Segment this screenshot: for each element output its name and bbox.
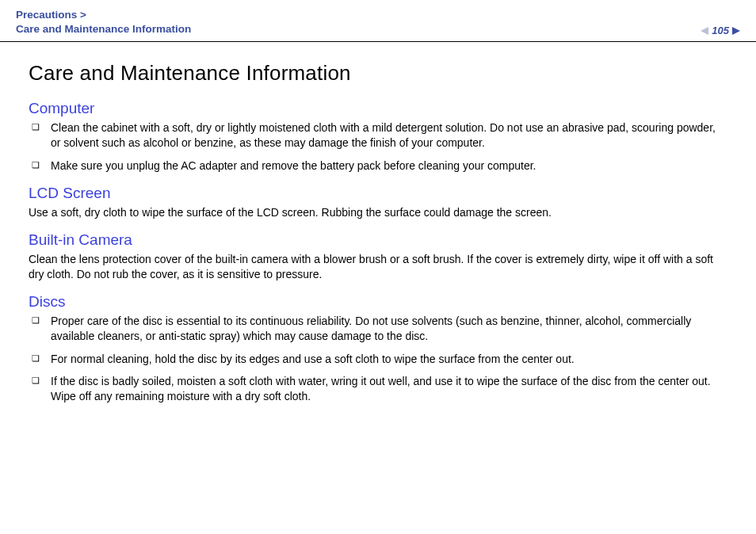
list-item: If the disc is badly soiled, moisten a s… <box>29 374 727 404</box>
page: Precautions > Care and Maintenance Infor… <box>0 0 756 534</box>
breadcrumb: Precautions > Care and Maintenance Infor… <box>16 8 191 36</box>
computer-list: Clean the cabinet with a soft, dry or li… <box>29 120 727 174</box>
list-item: For normal cleaning, hold the disc by it… <box>29 352 727 367</box>
breadcrumb-separator: > <box>80 9 86 21</box>
breadcrumb-parent[interactable]: Precautions <box>16 9 77 21</box>
breadcrumb-current[interactable]: Care and Maintenance Information <box>16 23 191 35</box>
list-item: Make sure you unplug the AC adapter and … <box>29 158 727 174</box>
lcd-text: Use a soft, dry cloth to wipe the surfac… <box>29 205 727 220</box>
page-number-nav: 105 <box>701 25 740 36</box>
next-page-icon[interactable] <box>732 27 740 35</box>
content-area: Care and Maintenance Information Compute… <box>0 42 756 404</box>
page-header: Precautions > Care and Maintenance Infor… <box>0 0 756 42</box>
page-title: Care and Maintenance Information <box>29 61 727 86</box>
prev-page-icon[interactable] <box>701 27 708 35</box>
section-heading-computer: Computer <box>29 100 727 117</box>
list-item: Clean the cabinet with a soft, dry or li… <box>29 120 727 151</box>
section-heading-camera: Built-in Camera <box>29 231 727 249</box>
camera-text: Clean the lens protection cover of the b… <box>29 252 727 282</box>
list-item: Proper care of the disc is essential to … <box>29 314 727 344</box>
page-number: 105 <box>712 25 729 36</box>
section-heading-discs: Discs <box>29 293 727 311</box>
discs-list: Proper care of the disc is essential to … <box>29 314 727 404</box>
section-heading-lcd: LCD Screen <box>29 185 727 202</box>
